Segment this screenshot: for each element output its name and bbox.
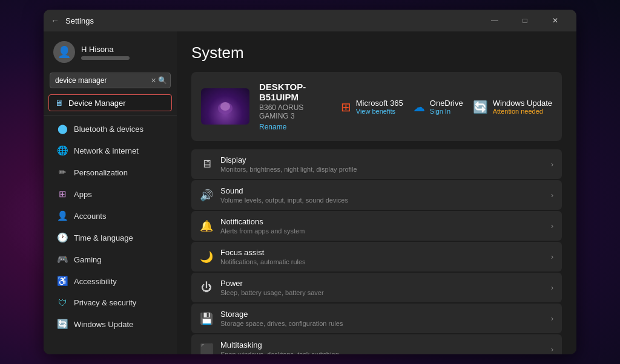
settings-item-display[interactable]: 🖥 Display Monitors, brightness, night li… — [191, 149, 562, 179]
rename-button[interactable]: Rename — [259, 123, 331, 131]
power-icon: ⏻ — [200, 281, 213, 294]
onedrive-info: OneDrive Sign In — [430, 99, 463, 115]
windows-update-title: Windows Update — [493, 99, 552, 108]
system-thumbnail — [201, 88, 249, 125]
sidebar-item-privacy-label: Privacy & security — [74, 298, 136, 307]
device-manager-icon: 🖥 — [55, 98, 64, 108]
sidebar-divider — [44, 115, 177, 115]
window-title: Settings — [65, 16, 481, 25]
power-title: Power — [220, 279, 544, 288]
sidebar-item-bluetooth-label: Bluetooth & devices — [74, 125, 143, 134]
multitasking-text: Multitasking Snap windows, desktops, tas… — [220, 340, 544, 354]
privacy-icon: 🛡 — [57, 297, 68, 308]
user-profile[interactable]: 👤 H Hisona — [44, 36, 177, 70]
system-badges: ⊞ Microsoft 365 View benefits ☁ OneDrive… — [341, 99, 552, 115]
ms365-badge: ⊞ Microsoft 365 View benefits — [341, 99, 403, 115]
sidebar-item-bluetooth[interactable]: ⬤ Bluetooth & devices — [47, 119, 173, 139]
time-icon: 🕐 — [57, 232, 68, 243]
network-icon: 🌐 — [57, 145, 68, 156]
settings-item-notifications[interactable]: 🔔 Notifications Alerts from apps and sys… — [191, 211, 562, 241]
minimize-button[interactable]: — — [481, 11, 509, 30]
multitasking-subtitle: Snap windows, desktops, task switching — [220, 351, 544, 354]
main-content: System DESKTOP-B51UIPM B360 AORUS GAMING… — [177, 31, 576, 354]
settings-window: ← Settings — □ ✕ 👤 H Hisona ✕ — [44, 10, 576, 354]
multitasking-chevron: › — [551, 345, 553, 354]
update-icon: 🔄 — [57, 319, 68, 330]
windows-update-badge: 🔄 Windows Update Attention needed — [473, 99, 552, 115]
power-subtitle: Sleep, battery usage, battery saver — [220, 289, 544, 296]
notifications-icon: 🔔 — [200, 219, 213, 233]
system-info: DESKTOP-B51UIPM B360 AORUS GAMING 3 Rena… — [259, 82, 331, 131]
ms365-info: Microsoft 365 View benefits — [356, 99, 403, 115]
sidebar-item-accounts[interactable]: 👤 Accounts — [47, 206, 173, 226]
power-text: Power Sleep, battery usage, battery save… — [220, 279, 544, 296]
sidebar-item-gaming[interactable]: 🎮 Gaming — [47, 249, 173, 270]
avatar-icon: 👤 — [58, 45, 71, 59]
display-title: Display — [220, 155, 544, 164]
onedrive-icon: ☁ — [413, 100, 425, 114]
storage-chevron: › — [551, 314, 553, 323]
settings-item-multitasking[interactable]: ⬛ Multitasking Snap windows, desktops, t… — [191, 334, 562, 354]
sidebar-item-accessibility[interactable]: ♿ Accessibility — [47, 271, 173, 291]
display-text: Display Monitors, brightness, night ligh… — [220, 155, 544, 173]
system-card: DESKTOP-B51UIPM B360 AORUS GAMING 3 Rena… — [191, 72, 562, 141]
accounts-icon: 👤 — [57, 210, 68, 221]
ms365-subtitle[interactable]: View benefits — [356, 108, 403, 115]
sound-title: Sound — [220, 186, 544, 195]
user-info: H Hisona — [81, 45, 130, 60]
titlebar: ← Settings — □ ✕ — [44, 10, 576, 31]
multitasking-title: Multitasking — [220, 340, 544, 349]
svg-point-1 — [220, 102, 230, 111]
apps-icon: ⊞ — [57, 189, 68, 200]
sidebar-item-accounts-label: Accounts — [74, 212, 106, 221]
avatar: 👤 — [53, 41, 75, 63]
search-box: ✕ 🔍 — [50, 73, 171, 88]
maximize-button[interactable]: □ — [511, 11, 539, 30]
page-title: System — [191, 44, 562, 62]
settings-list: 🖥 Display Monitors, brightness, night li… — [191, 149, 562, 354]
back-button[interactable]: ← — [51, 16, 59, 25]
personalization-icon: ✏ — [57, 167, 68, 178]
window-content: 👤 H Hisona ✕ 🔍 🖥 Device Manager — [44, 31, 576, 354]
sidebar-item-apps[interactable]: ⊞ Apps — [47, 184, 173, 204]
window-controls: — □ ✕ — [481, 11, 569, 30]
focus-subtitle: Notifications, automatic rules — [220, 258, 544, 265]
sidebar-item-personalization[interactable]: ✏ Personalization — [47, 162, 173, 183]
close-button[interactable]: ✕ — [541, 11, 569, 30]
storage-title: Storage — [220, 310, 544, 319]
sidebar-item-privacy[interactable]: 🛡 Privacy & security — [47, 293, 173, 313]
sidebar-item-time[interactable]: 🕐 Time & language — [47, 227, 173, 248]
onedrive-subtitle[interactable]: Sign In — [430, 108, 463, 115]
onedrive-badge: ☁ OneDrive Sign In — [413, 99, 463, 115]
gaming-icon: 🎮 — [57, 254, 68, 265]
user-name: H Hisona — [81, 45, 130, 54]
focus-text: Focus assist Notifications, automatic ru… — [220, 248, 544, 265]
search-clear-button[interactable]: ✕ — [151, 77, 156, 85]
search-icon[interactable]: 🔍 — [158, 76, 167, 85]
storage-icon: 💾 — [200, 312, 213, 325]
notifications-chevron: › — [551, 222, 553, 230]
sidebar-item-network[interactable]: 🌐 Network & internet — [47, 140, 173, 161]
sound-icon: 🔊 — [200, 189, 213, 202]
sidebar-item-network-label: Network & internet — [74, 146, 139, 155]
settings-item-power[interactable]: ⏻ Power Sleep, battery usage, battery sa… — [191, 273, 562, 302]
system-model: B360 AORUS GAMING 3 — [259, 103, 331, 120]
settings-item-focus[interactable]: 🌙 Focus assist Notifications, automatic … — [191, 242, 562, 271]
sidebar-item-update-label: Windows Update — [74, 320, 133, 329]
sidebar: 👤 H Hisona ✕ 🔍 🖥 Device Manager — [44, 31, 177, 354]
sidebar-item-accessibility-label: Accessibility — [74, 277, 117, 286]
display-chevron: › — [551, 160, 553, 169]
settings-item-storage[interactable]: 💾 Storage Storage space, drives, configu… — [191, 304, 562, 333]
settings-item-sound[interactable]: 🔊 Sound Volume levels, output, input, so… — [191, 180, 562, 210]
windows-update-subtitle[interactable]: Attention needed — [493, 108, 552, 115]
search-result-item[interactable]: 🖥 Device Manager — [48, 94, 172, 111]
sound-chevron: › — [551, 191, 553, 200]
system-device-name: DESKTOP-B51UIPM — [259, 82, 331, 102]
notifications-text: Notifications Alerts from apps and syste… — [220, 217, 544, 235]
focus-chevron: › — [551, 253, 553, 261]
ms365-icon: ⊞ — [341, 100, 351, 114]
sidebar-item-update[interactable]: 🔄 Windows Update — [47, 314, 173, 334]
sidebar-item-time-label: Time & language — [74, 233, 133, 242]
display-icon: 🖥 — [200, 158, 213, 171]
notifications-title: Notifications — [220, 217, 544, 226]
